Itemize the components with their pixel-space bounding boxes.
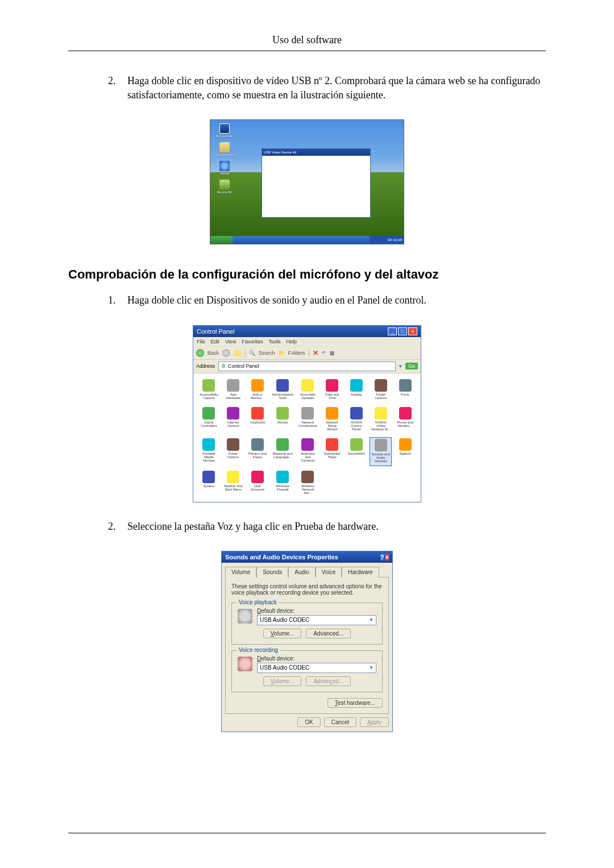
recording-device-value: USB Audio CODEC — [260, 665, 309, 671]
figure-xp-desktop: My Computer My Documents Internet Recycl… — [68, 119, 546, 244]
xp-properties-window: USB Video Device #2 — [262, 148, 371, 218]
dropdown-icon: ▾ — [399, 363, 402, 369]
step-list-3: 2. Seleccione la pestaña Voz y haga clic… — [68, 520, 546, 534]
control-panel-item: Automatic Updates — [297, 378, 319, 402]
control-panel-item: Accessibility Options — [198, 378, 220, 402]
control-panel-item-label: Scanners and Cameras — [298, 452, 318, 462]
control-panel-item-icon — [227, 438, 239, 451]
go-button: Go — [405, 363, 418, 369]
recording-advanced-button[interactable]: Advanced... — [306, 676, 351, 686]
maximize-icon: □ — [398, 327, 407, 335]
undo-icon: ↶ — [322, 350, 326, 356]
control-panel-item-icon — [326, 379, 338, 392]
back-icon — [196, 349, 204, 357]
tab-hardware[interactable]: Hardware — [342, 567, 379, 578]
control-panel-item: User Accounts — [247, 470, 269, 497]
control-panel-item: Keyboard — [247, 406, 269, 434]
control-panel-item-label: User Accounts — [248, 484, 268, 491]
up-icon — [234, 349, 242, 357]
step-text: Haga doble clic en dispositivo de vídeo … — [127, 74, 546, 102]
playback-device-select[interactable]: USB Audio CODEC ▼ — [257, 615, 376, 625]
voice-playback-legend: Voice playback — [237, 599, 279, 605]
control-panel-item-label: Internet Options — [223, 421, 243, 427]
tab-volume[interactable]: Volume — [225, 567, 256, 578]
delete-icon: ✕ — [313, 349, 318, 357]
control-panel-item: Sounds and Audio Devices — [370, 437, 392, 466]
chevron-down-icon: ▼ — [369, 617, 374, 622]
control-panel-item-label: Regional and Language... — [272, 452, 293, 459]
playback-default-label: Default device: — [257, 608, 376, 614]
forward-icon — [222, 349, 230, 357]
control-panel-item-icon — [251, 471, 264, 483]
control-panel-item-label: Windows Firewall — [272, 484, 293, 491]
control-panel-item-icon — [399, 438, 412, 451]
control-panel-menu: File Edit View Favorites Tools Help — [193, 337, 421, 347]
control-panel-item-icon — [399, 407, 412, 420]
close-icon: × — [385, 554, 389, 560]
control-panel-item-label: System — [203, 484, 214, 488]
views-icon: ▦ — [330, 350, 335, 356]
apply-button[interactable]: Apply — [360, 717, 389, 727]
control-panel-item: Network Connections — [297, 406, 319, 434]
sounds-audio-dialog: Sounds and Audio Devices Properties ? × … — [221, 551, 393, 732]
page-header: Uso del software — [68, 34, 546, 51]
voice-recording-group: Voice recording Default device: USB Audi… — [231, 650, 383, 692]
control-panel-item: Taskbar and Start Menu — [222, 470, 244, 497]
playback-advanced-button[interactable]: Advanced... — [306, 629, 351, 638]
control-panel-item-icon — [276, 471, 289, 483]
xp-desktop-screenshot: My Computer My Documents Internet Recycl… — [210, 119, 404, 244]
control-panel-item-icon — [375, 439, 387, 451]
tab-sounds[interactable]: Sounds — [256, 567, 288, 578]
control-panel-item: Administrative Tools — [271, 378, 294, 402]
folder-icon — [219, 142, 230, 152]
control-panel-item-label: Phone and Modem... — [395, 421, 415, 427]
control-panel-item-icon — [276, 438, 289, 451]
control-panel-item-label: Power Options — [223, 452, 243, 459]
control-panel-item-label: Fonts — [401, 393, 409, 396]
control-panel-item: Regional and Language... — [271, 437, 294, 466]
control-panel-item: Power Options — [222, 437, 244, 466]
control-panel-item-icon — [202, 407, 215, 420]
control-panel-item-icon — [227, 379, 239, 392]
minimize-icon: _ — [388, 327, 397, 335]
control-panel-item: Scheduled Tasks — [321, 437, 343, 466]
menu-file: File — [197, 339, 205, 344]
control-panel-item-label: Speech — [399, 452, 410, 455]
help-icon: ? — [380, 554, 384, 560]
cancel-button[interactable]: Cancel — [324, 717, 356, 727]
control-panel-item: Speech — [394, 437, 416, 466]
recording-volume-button[interactable]: Volume... — [263, 676, 302, 686]
control-panel-item-label: Add or Remov... — [248, 393, 268, 400]
search-icon: 🔍 — [249, 350, 255, 356]
control-panel-item-icon — [202, 438, 215, 451]
folder-icon: ⚙ — [221, 363, 226, 369]
microphone-icon — [238, 657, 252, 671]
playback-volume-button[interactable]: Volume... — [263, 629, 302, 638]
control-panel-item-icon — [301, 471, 314, 483]
control-panel-item-icon — [202, 471, 215, 483]
control-panel-toolbar: Back 🔍 Search 📁 Folders ✕ ↶ ▦ — [193, 347, 421, 360]
tab-voice[interactable]: Voice — [316, 567, 342, 578]
control-panel-item-icon — [301, 438, 314, 451]
address-label: Address — [196, 363, 215, 369]
tab-audio[interactable]: Audio — [288, 567, 316, 578]
control-panel-item-icon — [326, 407, 338, 420]
control-panel-item: Phone and Modem... — [394, 406, 416, 434]
playback-device-value: USB Audio CODEC — [260, 617, 309, 623]
control-panel-item-icon — [251, 438, 264, 451]
control-panel-item: Internet Options — [222, 406, 244, 434]
folders-icon: 📁 — [279, 350, 285, 356]
step-number: 2. — [108, 520, 127, 534]
sounds-dialog-title: Sounds and Audio Devices Properties — [225, 554, 338, 560]
control-panel-item: Wireless Network Set... — [297, 470, 319, 497]
control-panel-item: Windows Firewall — [271, 470, 294, 497]
control-panel-item-icon — [350, 438, 363, 451]
control-panel-item-label: Accessibility Options — [199, 393, 219, 400]
test-hardware-button[interactable]: Test hardware... — [327, 698, 383, 708]
step-text: Seleccione la pestaña Voz y haga clic en… — [127, 520, 546, 534]
voice-playback-group: Voice playback Default device: USB Audio… — [231, 603, 383, 645]
control-panel-item-icon — [326, 438, 338, 451]
control-panel-item-icon — [227, 471, 239, 483]
ok-button[interactable]: OK — [297, 717, 320, 727]
recording-device-select[interactable]: USB Audio CODEC ▼ — [257, 663, 376, 673]
